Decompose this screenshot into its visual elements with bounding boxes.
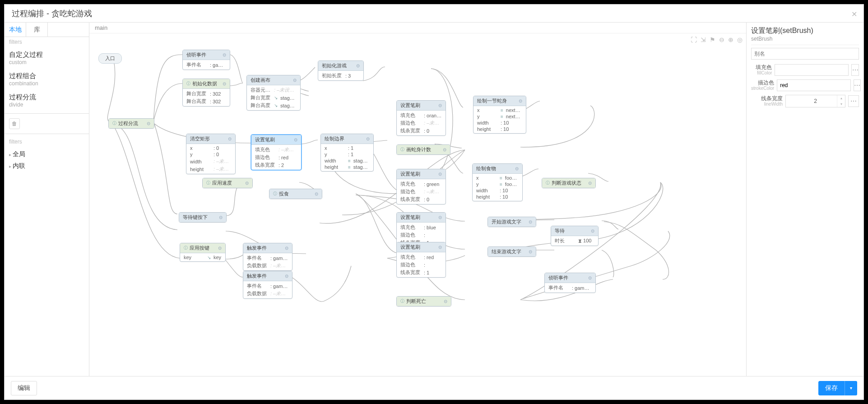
save-dropdown-icon[interactable]: ▾ [845, 381, 857, 395]
node-flow-split[interactable]: ⓘ过程分流⊝ [108, 118, 154, 129]
zoom-out-icon[interactable]: ⊖ [719, 36, 724, 43]
breadcrumb: main [89, 23, 746, 33]
node-draw-snake-count[interactable]: ⓘ画蛇身计数⊝ [396, 144, 450, 155]
filters-input-2[interactable]: filters [5, 137, 89, 147]
stroke-color-input[interactable] [777, 79, 851, 91]
node-draw-food[interactable]: 绘制食物⊝x≡food.x * 10y≡food.y * 10width: 10… [472, 163, 523, 201]
cat-combination[interactable]: 过程组合 [9, 69, 84, 80]
node-wait-key[interactable]: 等待键按下⊝ [179, 212, 227, 223]
fill-color-input[interactable] [775, 64, 849, 76]
node-feed[interactable]: ⓘ投食⊝ [269, 189, 322, 199]
tab-library[interactable]: 库 [26, 23, 48, 37]
node-draw-border[interactable]: 绘制边界⊝x: 1y: 1width≡stageWidth –height≡st… [320, 134, 374, 172]
more-icon[interactable]: ⋯ [848, 95, 859, 107]
canvas[interactable]: ⛶ ⇲ ⚑ ⊖ ⊕ ◎ [89, 33, 746, 376]
node-brush-red2[interactable]: 设置笔刷⊝填充色: red描边色:线条宽度: 1 [396, 242, 446, 278]
node-judge-death[interactable]: ⓘ判断死亡⊝ [396, 296, 451, 306]
line-width-input[interactable]: 2▴▾ [785, 95, 845, 107]
step-down-icon: ▾ [837, 101, 845, 107]
alias-input[interactable] [751, 48, 859, 60]
node-brush-red-selected[interactable]: 设置笔刷⊝填充色: –未设置–描边色: red线条宽度: 2 [251, 135, 302, 170]
step-up-icon: ▴ [837, 95, 845, 101]
filters-input-1[interactable]: filters [5, 37, 89, 47]
zoom-in-icon[interactable]: ⊕ [728, 36, 733, 43]
node-clear-rect[interactable]: 清空矩形⊝x: 0y: 0width: –未设置–height: –未设置– [186, 134, 236, 174]
fullscreen-icon[interactable]: ⛶ [691, 36, 697, 43]
trash-icon[interactable]: 🗑 [9, 118, 20, 129]
node-listen-2[interactable]: 侦听事件⊝事件名: game-start [544, 273, 596, 293]
node-trigger-reset[interactable]: 触发事件⊝事件名: game-reset负载数据: –未设置– [243, 243, 292, 271]
node-listen-1[interactable]: 侦听事件⊝事件名: game-reset [182, 50, 230, 70]
inspector-panel: 设置笔刷(setBrush) setBrush 填充色fillColor ⋯ 描… [746, 23, 863, 376]
footer: 编辑 保存 ▾ [5, 376, 863, 399]
node-apply-speed[interactable]: ⓘ应用速度⊝ [202, 178, 253, 188]
tree-global[interactable]: 全局 [9, 149, 84, 160]
node-judge-state[interactable]: ⓘ判断游戏状态⊝ [542, 178, 596, 188]
app-window: 过程编排 - 贪吃蛇游戏 ✕ 本地 库 filters 自定义过程custom … [4, 4, 864, 400]
tree-inline[interactable]: 内联 [9, 160, 84, 172]
tab-local[interactable]: 本地 [5, 23, 26, 37]
node-draw-snake-seg[interactable]: 绘制一节蛇身⊝x≡nextDrawPos.y≡nextDrawPos.width… [473, 96, 526, 134]
more-icon[interactable]: ⋯ [854, 79, 861, 91]
save-button[interactable]: 保存 [818, 381, 845, 395]
more-icon[interactable]: ⋯ [851, 64, 859, 76]
flag-icon[interactable]: ⚑ [710, 36, 715, 43]
node-brush-green[interactable]: 设置笔刷⊝填充色: green描边色: –未设置–线条宽度: 0 [396, 169, 446, 204]
node-end-text[interactable]: 结束游戏文字⊝ [487, 246, 536, 257]
node-apply-key[interactable]: ⓘ应用按键⊝key↘key [180, 243, 226, 262]
edit-button[interactable]: 编辑 [11, 381, 37, 395]
canvas-toolbar: ⛶ ⇲ ⚑ ⊖ ⊕ ◎ [691, 36, 743, 43]
cat-custom[interactable]: 自定义过程 [9, 48, 84, 59]
cat-divide[interactable]: 过程分流 [9, 90, 84, 102]
node-brush-orange[interactable]: 设置笔刷⊝填充色: orange描边色: –未设置–线条宽度: 0 [396, 100, 446, 136]
node-trigger-start[interactable]: 触发事件⊝事件名: game-start负载数据: –未设置– [243, 271, 292, 299]
collapse-icon: ⊝ [147, 121, 150, 126]
node-init-game[interactable]: 初始化游戏⊝初始长度: 3 [318, 60, 364, 81]
fit-icon[interactable]: ◎ [737, 36, 743, 43]
close-icon[interactable]: ✕ [851, 10, 857, 19]
left-panel: 本地 库 filters 自定义过程custom 过程组合combination… [5, 23, 89, 376]
node-create-canvas[interactable]: 创建画布⊝容器元…: –未设置–舞台宽度↘stageWidth舞台高度↘stag… [246, 75, 301, 111]
node-wait[interactable]: 等待⊝时长⧗ 100 [551, 226, 599, 246]
node-start-text[interactable]: 开始游戏文字⊝ [487, 217, 536, 227]
window-title: 过程编排 - 贪吃蛇游戏 [12, 8, 92, 19]
node-init-data[interactable]: ⓘ初始化数据⊝舞台宽度: 302舞台高度: 302 [182, 79, 230, 107]
title-bar: 过程编排 - 贪吃蛇游戏 ✕ [5, 5, 863, 23]
left-tabs: 本地 库 [5, 23, 89, 37]
entry-node[interactable]: 入口 [98, 53, 122, 64]
inspector-title: 设置笔刷(setBrush) [751, 26, 859, 36]
collapse-icon[interactable]: ⇲ [701, 36, 706, 43]
